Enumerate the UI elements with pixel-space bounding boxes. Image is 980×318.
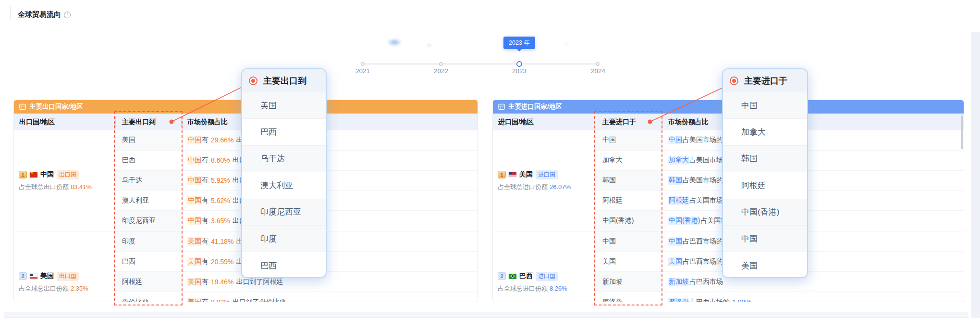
exporter-cell: 2 美国 出口国 占全球总出口份额2.35% [14,231,115,302]
tail-text: 出口到了哥伦比亚 [233,298,286,302]
table-row: 摩洛哥 摩洛哥占巴西市场的1.09% [596,292,964,302]
year-label: 2023 [502,67,536,75]
popover-item[interactable]: 印度尼西亚 [242,199,326,226]
table-row: 哥伦比亚 美国有8.82%出口到了哥伦比亚 [115,292,478,302]
year-label: 2022 [424,67,458,75]
dest-cell: 印度尼西亚 [115,211,182,231]
rank-badge: 2 [19,272,27,280]
share-cell: 新加坡占巴西市场 [662,272,964,292]
popover-item[interactable]: 澳大利亚 [242,172,326,199]
popover-item[interactable]: 加拿大 [723,119,807,145]
share-label: 占全球总出口份额 [19,285,69,292]
mid-text: 有 [202,278,208,286]
page-title-text: 全球贸易流向 [18,10,61,18]
share-cell: 韩国占美国市场的 [662,171,964,191]
year-slider-handle[interactable] [516,61,522,67]
share-label: 占全球总出口份额 [19,183,69,191]
col-exporter: 出口国/地区 [14,118,115,127]
year-tooltip: 2023 年 [503,37,535,49]
tail-text: 占美国市场 [689,196,723,205]
section-edge-line [10,6,11,19]
src-country: 中国 [187,156,202,165]
popover-header: 主要出口到 [242,69,326,92]
share-cell: 中国有29.66%出口到了美国 [182,130,478,150]
us-flag-icon [30,274,37,279]
col-market-share: 市场份额占比 [662,118,964,127]
src-country: 中国 [187,216,202,225]
share-value: 2.35% [71,285,88,292]
year-tooltip-text: 2023 年 [509,39,530,46]
rank-badge: 1 [498,171,506,178]
target-icon [730,76,738,85]
tail-text: 占美国市场的 [683,136,723,144]
header-divider [12,30,968,30]
popover-item[interactable]: 印度 [242,226,326,252]
popover-item[interactable]: 乌干达 [242,146,326,172]
pct-value: 41.18% [211,238,233,245]
src-country: 摩洛哥 [668,298,689,302]
tail-text: 占巴西市场的 [689,298,730,302]
src-country: 中国 [187,176,202,185]
share-label: 占全球总进口份额 [498,285,548,292]
popover-title: 主要出口到 [263,75,306,87]
year-stop-2024[interactable] [596,62,600,66]
share-cell: 中国占巴西市场的 [662,231,964,251]
year-slider-track[interactable] [363,64,598,64]
src-country: 阿根廷 [668,196,689,205]
mid-text: 有 [202,216,208,225]
tail-text: 出口到了阿根廷 [236,278,283,286]
src-cell: 中国 [596,231,662,251]
popover-item[interactable]: 美国 [242,92,326,119]
info-icon[interactable]: ! [64,12,71,18]
tail-text: 占美国市场的 [683,176,723,185]
tail-text: 占巴西市场的 [683,257,723,266]
src-country: 中国 [187,136,202,144]
popover-item[interactable]: 美国 [723,252,807,278]
src-country: 中国(香港) [668,216,700,225]
popover-item[interactable]: 中国 [723,226,807,252]
exporter-cell: 1 中国 出口国 占全球总出口份额83.41% [14,130,115,231]
dest-cell: 澳大利亚 [115,191,182,210]
share-cell: 中国有3.65%出口到了印度尼西亚 [182,211,478,231]
import-from-popover: 主要进口于 中国 加拿大 韩国 阿根廷 中国(香港) 中国 美国 [722,68,808,278]
col-market-share: 市场份额占比 [182,118,478,127]
country-name: 美国 [519,170,533,179]
pct-value: 1.09% [732,298,751,302]
pct-value: 5.92% [211,177,230,184]
importer-tag: 进口国 [536,272,558,281]
watermark-blob [387,38,402,46]
src-country: 美国 [187,257,202,266]
popover-item[interactable]: 中国(香港) [723,199,807,226]
export-table-title: 主要出口国家/地区 [29,102,83,111]
dest-cell: 乌干达 [115,171,182,191]
src-country: 美国 [187,237,202,246]
year-stop-2021[interactable] [361,62,365,66]
share-cell: 中国有5.62%出口到了澳大利亚 [182,191,478,210]
dest-cell: 哥伦比亚 [115,292,182,302]
page-scrollbar-track[interactable] [971,32,980,318]
popover-item[interactable]: 阿根廷 [723,172,807,199]
src-country: 新加坡 [668,278,689,286]
src-cell: 韩国 [596,171,662,191]
tail-text: 占巴西市场的 [683,237,723,246]
mid-text: 有 [202,298,208,302]
popover-item[interactable]: 中国 [723,92,807,119]
pct-value: 5.62% [211,197,230,204]
popover-item[interactable]: 巴西 [242,119,326,145]
share-cell: 美国占巴西市场的 [662,252,964,271]
mid-text: 有 [202,156,208,165]
mid-text: 有 [202,196,208,205]
dest-cell: 巴西 [115,151,182,170]
rank-badge: 1 [19,171,27,178]
year-stop-2022[interactable] [439,62,443,66]
mid-text: 有 [202,237,208,246]
src-cell: 摩洛哥 [596,292,662,302]
src-country: 加拿大 [668,156,689,165]
popover-item[interactable]: 巴西 [242,252,326,278]
share-cell: 美国有41.18%出口到了印度 [182,231,478,251]
dest-cell: 巴西 [115,252,182,271]
table-scrollbar-thumb[interactable] [961,115,963,149]
popover-item[interactable]: 韩国 [723,146,807,172]
share-cell: 中国占美国市场的 [662,130,964,150]
year-label: 2024 [581,67,615,75]
